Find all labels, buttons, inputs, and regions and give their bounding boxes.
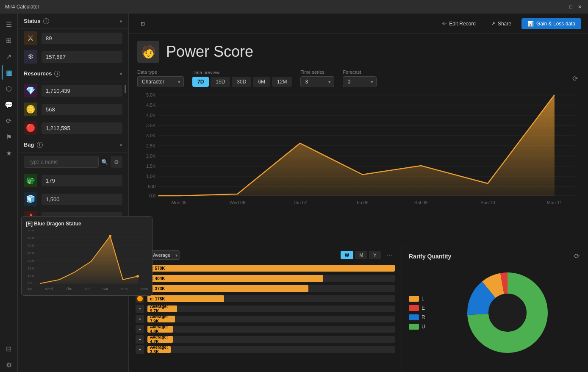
period-btn-y[interactable]: Y — [369, 251, 380, 259]
settings-bottom-icon[interactable]: ⚙ — [2, 358, 16, 372]
window-mode-btn[interactable]: ⊡ — [136, 18, 150, 29]
bar-fill: e: 404K — [147, 275, 323, 282]
resource-icon-1: 💎 — [24, 84, 37, 97]
rarity-refresh-btn[interactable]: ⟳ — [572, 250, 581, 262]
more-options-btn[interactable]: ··· — [384, 250, 395, 260]
close-btn[interactable]: ✕ — [578, 4, 583, 9]
app-title: Mir4 Calculator — [5, 4, 39, 10]
resource-icon-2: 🪙 — [24, 103, 37, 116]
rarity-legend: L E R U — [409, 296, 425, 330]
resources-chevron[interactable]: ∧ — [119, 71, 122, 76]
table-icon[interactable]: ⊟ — [2, 341, 16, 356]
svg-text:2.5K: 2.5K — [146, 143, 156, 148]
icon-bar: ☰ ⊞ ↗ ▦ ⬡ 💬 ⟳ ⚑ ★ ⊟ ⚙ — [0, 14, 18, 372]
chat-icon[interactable]: 💬 — [2, 97, 16, 112]
bag-item-value-2: 1,500 — [42, 194, 122, 205]
svg-text:Sat 09: Sat 09 — [414, 200, 427, 205]
time-btn-12m[interactable]: 12M — [272, 77, 292, 87]
controls-row: Data type Character Server Global Data p… — [129, 66, 588, 91]
donut-chart-svg — [461, 266, 554, 359]
rarity-panel-header: Rarity Quantity ⟳ — [409, 250, 581, 262]
flag-icon[interactable]: ⚑ — [2, 130, 16, 144]
svg-text:4.5K: 4.5K — [146, 103, 156, 108]
status-chevron[interactable]: ∧ — [119, 19, 122, 23]
bag-info-icon[interactable]: i — [37, 142, 43, 148]
rarity-title: Rarity Quantity — [409, 253, 451, 260]
resource-item-1: 💎 1,710,439 — [18, 81, 128, 100]
chart-refresh-btn[interactable]: ⟳ — [571, 73, 580, 84]
svg-text:0.0: 0.0 — [149, 193, 155, 198]
svg-point-18 — [136, 275, 139, 278]
svg-text:500: 500 — [148, 184, 155, 189]
bar-track: Average: 4.8K — [147, 326, 395, 333]
time-series-label: Time series — [300, 69, 334, 75]
bar-track: e: 178K — [147, 295, 395, 302]
time-btn-7d[interactable]: 7D — [192, 77, 209, 87]
power-score-title: Power Score — [166, 43, 253, 61]
star-icon[interactable]: ★ — [2, 146, 16, 160]
time-btn-15d[interactable]: 15D — [211, 77, 230, 87]
main-chart-area: 5.0K 4.5K 4.0K 3.5K 3.0K 2.5K 2.0K 1.5K … — [129, 91, 588, 245]
gain-loss-btn[interactable]: 📊 Gain & Loss data — [521, 18, 581, 29]
item-icon: ✦ — [136, 305, 144, 313]
pencil-icon: ✏ — [442, 21, 447, 27]
svg-marker-41 — [158, 95, 555, 196]
menu-icon[interactable]: ☰ — [2, 17, 16, 31]
forecast-group: Forecast 0123 — [343, 69, 377, 87]
data-type-select[interactable]: Character Server Global — [137, 76, 184, 87]
bag-search-input[interactable] — [24, 156, 99, 168]
svg-text:Sun 10: Sun 10 — [480, 200, 495, 205]
resource-icon-3: 🔴 — [24, 121, 37, 135]
period-btn-w[interactable]: W — [341, 251, 353, 259]
bag-item-icon-2: 🧊 — [24, 192, 37, 206]
svg-point-54 — [489, 294, 526, 331]
status-section-header: Status i ∧ — [18, 14, 128, 29]
resources-title: Resources i — [24, 70, 60, 77]
bar-track: Average: 3.3K — [147, 346, 395, 353]
character-avatar: 🧑 — [137, 41, 159, 63]
legend-item-r: R — [409, 314, 425, 320]
power-score-header: 🧑 Power Score — [129, 34, 588, 66]
status-value-2: 157,687 — [42, 51, 122, 63]
resource-value-1: 1,710,439 — [42, 85, 122, 97]
svg-text:Fri 08: Fri 08 — [357, 200, 369, 205]
trend-icon[interactable]: ↗ — [2, 49, 16, 64]
dashboard-icon[interactable]: ⊞ — [2, 33, 16, 47]
data-type-label: Data type — [137, 69, 184, 75]
cube-icon[interactable]: ⬡ — [2, 81, 16, 96]
bottom-panels: ms Average Sum Max W M — [129, 245, 588, 372]
legend-color-e — [409, 305, 419, 311]
svg-text:60.0: 60.0 — [28, 236, 34, 240]
status-value-1: 89 — [42, 33, 122, 44]
item-icon: ✦ — [136, 335, 144, 344]
time-btn-6m[interactable]: 6M — [253, 77, 270, 87]
search-icon[interactable]: 🔍 — [101, 159, 108, 165]
gear-icon[interactable]: ⚙ — [111, 156, 122, 168]
legend-item-u: U — [409, 324, 425, 330]
status-title: Status i — [24, 18, 49, 24]
time-btn-30d[interactable]: 30D — [232, 77, 251, 87]
time-series-select[interactable]: 12345 — [300, 76, 334, 87]
resources-info-icon[interactable]: i — [54, 71, 60, 77]
svg-text:Mon 05: Mon 05 — [171, 200, 186, 205]
chart-bar-icon[interactable]: ▦ — [2, 65, 16, 80]
share-icon: ↗ — [491, 21, 495, 27]
avg-select[interactable]: Average Sum Max — [149, 250, 180, 260]
status-info-icon[interactable]: i — [43, 18, 49, 24]
minimize-btn[interactable]: ─ — [561, 4, 566, 9]
edit-record-btn[interactable]: ✏ Edit Record — [437, 18, 481, 29]
refresh-circle-icon[interactable]: ⟳ — [2, 114, 16, 128]
item-icon: ✦ — [136, 325, 144, 333]
window-controls[interactable]: ─ □ ✕ — [561, 4, 583, 9]
share-btn[interactable]: ↗ Share — [486, 18, 516, 29]
list-item: ✦ Average: 4.2K — [136, 335, 395, 344]
period-btn-m[interactable]: M — [355, 251, 367, 259]
svg-text:20.0: 20.0 — [28, 267, 34, 270]
maximize-btn[interactable]: □ — [569, 4, 574, 9]
power-score-chart: 5.0K 4.5K 4.0K 3.5K 3.0K 2.5K 2.0K 1.5K … — [137, 91, 580, 209]
bag-chevron[interactable]: ∧ — [119, 142, 122, 147]
forecast-select[interactable]: 0123 — [343, 76, 377, 87]
mini-chart-canvas: 70.0 60.0 50.0 40.0 30.0 20.0 10.0 0.0 — [26, 230, 148, 285]
legend-color-r — [409, 314, 419, 320]
bar-fill: Average: 9.7K — [147, 305, 177, 312]
